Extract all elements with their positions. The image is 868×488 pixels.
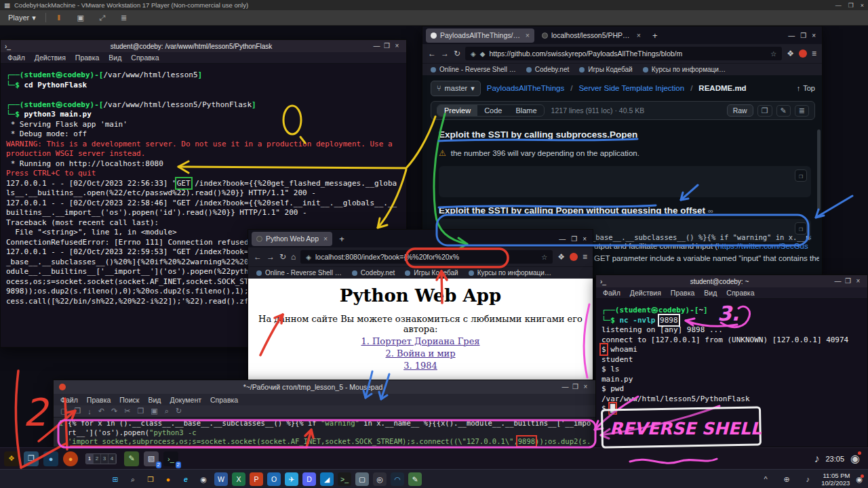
notifications-bell-icon[interactable]: ◉	[856, 475, 863, 484]
file-explorer-icon[interactable]: ❒	[144, 472, 157, 486]
chrome-icon[interactable]: ◉	[197, 472, 210, 486]
maximize-button[interactable]: ❐	[571, 235, 577, 243]
toolbar-icon-2[interactable]: ↓	[87, 407, 92, 415]
fullscreen-button[interactable]: ⤢	[95, 10, 110, 25]
forward-icon[interactable]: →	[441, 49, 449, 58]
menu-item-2[interactable]: Поиск	[119, 396, 139, 404]
tab-code[interactable]: Code	[477, 105, 509, 116]
minimize-button[interactable]: —	[833, 277, 843, 286]
bookmark-0[interactable]: Online - Reverse Shell …	[431, 66, 516, 73]
new-tab-button[interactable]: +	[648, 30, 662, 41]
close-button[interactable]: ×	[583, 235, 587, 243]
files-icon[interactable]: ❒	[24, 451, 39, 466]
copy-icon[interactable]: ❐	[795, 169, 807, 182]
menu-item-1[interactable]: Правка	[87, 396, 111, 404]
player-menu-button[interactable]: Player▾	[4, 12, 40, 24]
tab-python-web-app[interactable]: Python Web App ×	[252, 232, 332, 246]
word-icon[interactable]: W	[214, 472, 228, 486]
browser-icon[interactable]: ●	[43, 451, 58, 466]
new-tab-button[interactable]: +	[335, 234, 349, 244]
volume-icon[interactable]: ♪	[800, 472, 815, 487]
breadcrumb-folder[interactable]: Server Side Template Injection	[578, 84, 684, 92]
menu-item-4[interactable]: Справка	[726, 289, 754, 297]
bookmark-1[interactable]: Codeby.net	[352, 269, 395, 277]
close-button[interactable]: ×	[580, 382, 591, 392]
minimize-button[interactable]: —	[835, 2, 842, 9]
tab-close-icon[interactable]: ×	[526, 31, 530, 39]
powerpoint-icon[interactable]: P	[250, 472, 263, 486]
bookmark-1[interactable]: Codeby.net	[526, 66, 569, 73]
extensions-icon[interactable]: ❖	[787, 49, 794, 58]
breadcrumb-repo[interactable]: PayloadsAllTheThings	[487, 84, 564, 92]
mousepad-editor[interactable]: 1 {% for x in ().__class__.__base__.__su…	[54, 418, 596, 447]
raw-button[interactable]: Raw	[727, 104, 753, 117]
obs-icon[interactable]: ◎	[373, 472, 387, 486]
outline-icon[interactable]: ≣	[795, 105, 809, 117]
close-button[interactable]: ×	[392, 41, 402, 51]
menu-item-4[interactable]: Документ	[170, 396, 201, 404]
menu-item-0[interactable]: Файл	[60, 396, 78, 404]
book-link-2[interactable]: 3. 1984	[248, 361, 593, 371]
menu-item-4[interactable]: Справка	[131, 54, 159, 62]
workspace-3[interactable]: 4	[108, 454, 116, 464]
menu-icon[interactable]: ≡	[583, 252, 587, 262]
reload-icon[interactable]: ↻	[279, 252, 286, 262]
menu-item-2[interactable]: Правка	[75, 54, 99, 62]
toolbar-icon-3[interactable]: ↶	[98, 407, 104, 415]
telegram-icon[interactable]: ✈	[285, 472, 298, 486]
tab-close-icon[interactable]: ×	[637, 31, 641, 39]
vm-clock[interactable]: 23:05	[826, 455, 845, 463]
toolbar-icon-6[interactable]: ❐	[137, 407, 144, 415]
maximize-button[interactable]: ❐	[800, 32, 806, 39]
unity-button[interactable]: ≣	[117, 10, 132, 25]
menu-item-3[interactable]: Вид	[148, 396, 161, 404]
bookmark-3[interactable]: Курсы по информаци…	[469, 269, 551, 277]
payload-code-block-1[interactable]: ❐ {{''.__class__.mro()[1].__subclasses__…	[439, 166, 811, 197]
toolbar-icon-1[interactable]: ❒	[74, 407, 81, 415]
firefox-icon[interactable]: ●	[63, 451, 78, 466]
edit-pencil-icon[interactable]: ✎	[776, 105, 791, 117]
profile-avatar[interactable]	[799, 49, 807, 58]
minimize-button[interactable]: —	[559, 235, 566, 243]
notifications-bell-icon[interactable]: ◉	[850, 452, 860, 465]
menu-item-0[interactable]: Файл	[7, 54, 25, 62]
menu-item-3[interactable]: Вид	[108, 54, 121, 62]
workspace-2[interactable]: 3	[101, 454, 108, 464]
shield-icon[interactable]: ◈	[471, 50, 476, 58]
link-icon[interactable]: ∞	[708, 207, 713, 215]
menu-item-3[interactable]: Вид	[704, 289, 717, 297]
toolbar-icon-5[interactable]: ✂	[124, 407, 130, 415]
image-viewer-icon[interactable]: ▧2	[144, 451, 159, 466]
back-icon[interactable]: ←	[254, 252, 262, 262]
tray-chevron-icon[interactable]: ^	[758, 472, 773, 487]
mousepad-titlebar[interactable]: *~/Рабочий стол/tmp_lesson_5 - Mousepad …	[54, 380, 596, 394]
bookmark-2[interactable]: Игры Кодебай	[405, 269, 458, 277]
extensions-icon[interactable]: ❖	[557, 252, 565, 262]
forward-icon[interactable]: →	[267, 252, 275, 262]
close-button[interactable]: ×	[853, 277, 863, 286]
firefox-icon[interactable]: ●	[161, 472, 175, 486]
bookmark-star-icon[interactable]: ☆	[541, 253, 547, 261]
toolbar-icon-8[interactable]: ⌕	[165, 407, 169, 415]
reload-icon[interactable]: ↻	[454, 49, 460, 58]
terminal-titlebar[interactable]: ›_ student@codeby: /var/www/html/lesson5…	[1, 40, 406, 52]
maximize-button[interactable]: ❐	[848, 2, 854, 9]
outlook-icon[interactable]: O	[267, 472, 281, 486]
url-bar[interactable]: ◈ localhost:8080/index?book={%%20for%20x…	[300, 250, 553, 264]
terminal-titlebar[interactable]: ›_ student@codeby: ~ — ❐ ×	[596, 275, 867, 287]
discord-icon[interactable]: D	[302, 472, 316, 486]
terminal-output[interactable]: ┌──(student㉿codeby)-[~]└─$ nc -nvlp 9898…	[596, 299, 867, 447]
edge-icon[interactable]: e	[179, 472, 193, 486]
copy-icon[interactable]: ❐	[757, 105, 772, 117]
book-link-0[interactable]: 1. Портрет Дориана Грея	[248, 336, 593, 346]
bookmark-star-icon[interactable]: ☆	[770, 50, 776, 58]
tab-blame[interactable]: Blame	[509, 105, 543, 116]
mousepad-icon[interactable]: ✎	[124, 451, 139, 466]
branch-selector[interactable]: ⑂ master ▾	[431, 81, 481, 96]
maximize-button[interactable]: ❐	[382, 41, 392, 51]
bookmark-3[interactable]: Курсы по информаци…	[643, 66, 726, 73]
copy-icon[interactable]: ❐	[795, 222, 807, 235]
menu-icon[interactable]: ≡	[812, 49, 816, 58]
top-link[interactable]: ↑ Top	[797, 84, 815, 92]
excel-icon[interactable]: X	[232, 472, 245, 486]
